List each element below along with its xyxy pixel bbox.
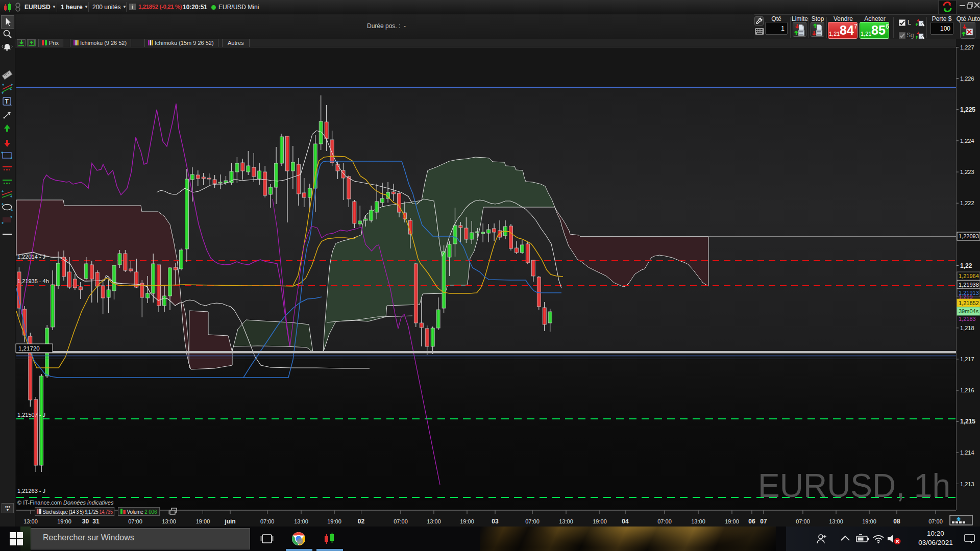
- svg-text:07:00: 07:00: [260, 518, 275, 524]
- svg-text:1,213: 1,213: [960, 481, 974, 487]
- svg-text:1,224: 1,224: [960, 138, 974, 144]
- svg-text:19:00: 19:00: [725, 518, 739, 524]
- svg-text:juin: juin: [224, 518, 235, 525]
- svg-text:1,218: 1,218: [960, 325, 974, 331]
- svg-text:03: 03: [492, 518, 499, 525]
- svg-text:1,22014 - J: 1,22014 - J: [17, 254, 45, 260]
- svg-text:1,226: 1,226: [960, 76, 974, 82]
- svg-text:07:00: 07:00: [796, 518, 810, 524]
- svg-text:1,225: 1,225: [960, 106, 975, 113]
- svg-text:19:00: 19:00: [593, 518, 607, 524]
- svg-text:1,214: 1,214: [960, 449, 974, 456]
- svg-text:07:00: 07:00: [128, 518, 142, 524]
- svg-text:30: 30: [82, 518, 89, 525]
- svg-text:13:00: 13:00: [162, 518, 176, 524]
- svg-text:07:00: 07:00: [394, 518, 408, 524]
- svg-text:07: 07: [760, 518, 767, 525]
- svg-text:T: T: [5, 98, 9, 105]
- svg-text:13:00: 13:00: [294, 518, 308, 524]
- svg-text:EURUSD, 1h: EURUSD, 1h: [758, 467, 950, 504]
- svg-text:31: 31: [92, 518, 100, 525]
- svg-text:19:00: 19:00: [57, 518, 71, 524]
- svg-text:1,21720: 1,21720: [18, 345, 40, 352]
- svg-text:1,22093: 1,22093: [959, 233, 979, 239]
- svg-text:1,21507 - J: 1,21507 - J: [17, 412, 45, 418]
- svg-text:08: 08: [893, 518, 900, 525]
- svg-text:1,21938: 1,21938: [959, 282, 979, 288]
- svg-text:19:00: 19:00: [460, 518, 474, 524]
- svg-text:19:00: 19:00: [327, 518, 341, 524]
- svg-text:19:00: 19:00: [862, 518, 876, 524]
- svg-text:06: 06: [748, 518, 755, 525]
- svg-text:1,22: 1,22: [960, 262, 972, 269]
- svg-text:13:00: 13:00: [691, 518, 705, 524]
- svg-text:1,21935 - 4h: 1,21935 - 4h: [17, 278, 49, 284]
- svg-text:1,2183: 1,2183: [959, 316, 976, 322]
- svg-text:1,216: 1,216: [960, 387, 974, 393]
- svg-text:1,227: 1,227: [960, 44, 974, 51]
- svg-text:1,222: 1,222: [960, 200, 974, 206]
- svg-text:13:00: 13:00: [829, 518, 843, 524]
- svg-text:1,215: 1,215: [960, 418, 975, 425]
- svg-text:07:00: 07:00: [525, 518, 540, 524]
- svg-text:07:00: 07:00: [657, 518, 672, 524]
- svg-text:02: 02: [358, 518, 365, 525]
- svg-text:13:00: 13:00: [559, 518, 573, 524]
- svg-text:07:00: 07:00: [928, 518, 943, 524]
- svg-text:13:00: 13:00: [23, 518, 38, 524]
- svg-text:39m04s: 39m04s: [959, 308, 979, 314]
- svg-text:1,21263 - J: 1,21263 - J: [17, 488, 45, 494]
- svg-text:04: 04: [622, 518, 629, 525]
- svg-text:© IT-Finance.com Données indic: © IT-Finance.com Données indicatives: [17, 499, 114, 506]
- svg-text:19:00: 19:00: [196, 518, 210, 524]
- svg-text:1,21852: 1,21852: [959, 300, 979, 306]
- svg-text:1,217: 1,217: [960, 356, 974, 362]
- svg-text:1,21964: 1,21964: [959, 273, 979, 279]
- svg-text:1,223: 1,223: [960, 169, 974, 175]
- svg-text:13:00: 13:00: [427, 518, 441, 524]
